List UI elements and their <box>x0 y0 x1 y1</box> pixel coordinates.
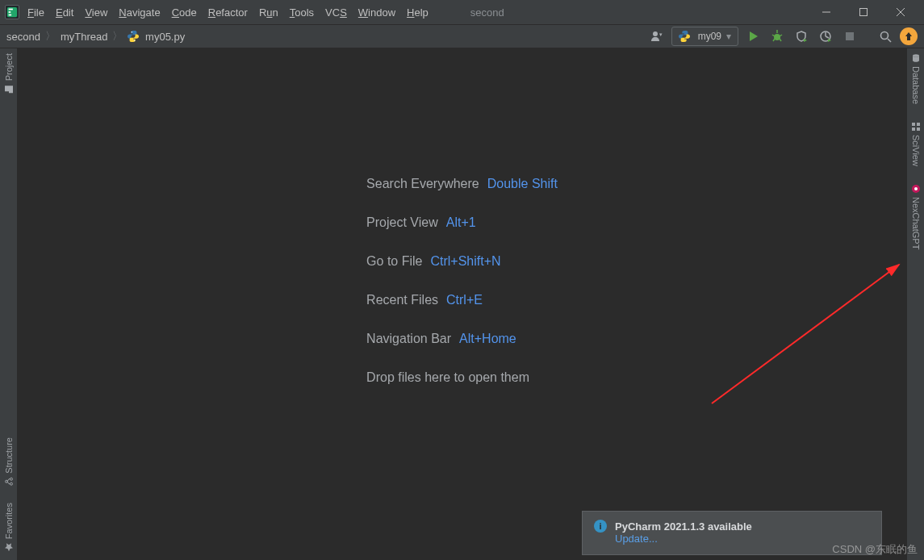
menu-navigate[interactable]: Navigate <box>119 6 160 19</box>
svg-point-9 <box>135 40 136 40</box>
run-config-name: my09 <box>698 31 721 42</box>
structure-icon <box>4 477 14 487</box>
tool-window-database[interactable]: Database <box>911 53 921 104</box>
hint-search-label: Search Everywhere <box>366 177 479 190</box>
notification-update-link[interactable]: Update... <box>594 533 870 545</box>
menu-help[interactable]: Help <box>407 6 429 19</box>
run-config-selector[interactable]: my09 ▾ <box>671 27 738 46</box>
menu-edit[interactable]: Edit <box>56 6 73 19</box>
workspace: Project Structure Favorites Search Every… <box>0 48 924 560</box>
project-icon <box>4 84 14 94</box>
chevron-right-icon: 〉 <box>111 29 124 44</box>
nexchatgpt-icon <box>911 184 921 194</box>
coverage-button[interactable] <box>792 27 811 46</box>
hint-recent-shortcut: Ctrl+E <box>446 293 483 307</box>
svg-point-20 <box>881 32 888 40</box>
svg-point-28 <box>5 480 7 483</box>
svg-line-14 <box>772 35 775 36</box>
svg-rect-33 <box>912 127 915 131</box>
chevron-down-icon: ▾ <box>726 31 731 42</box>
close-button[interactable] <box>882 0 919 24</box>
svg-rect-22 <box>5 86 13 91</box>
breadcrumb-project[interactable]: second <box>6 31 40 43</box>
profile-button[interactable] <box>816 27 835 46</box>
hint-recent-label: Recent Files <box>366 293 438 307</box>
ide-update-button[interactable] <box>900 27 918 45</box>
svg-point-8 <box>132 31 132 32</box>
menu-refactor[interactable]: Refactor <box>208 6 248 19</box>
svg-text:▾: ▾ <box>659 31 663 37</box>
hint-search-shortcut: Double Shift <box>487 177 558 190</box>
add-user-button[interactable]: ▾ <box>647 27 667 46</box>
svg-rect-2 <box>9 11 11 13</box>
info-icon: i <box>594 520 607 533</box>
svg-line-21 <box>888 39 891 42</box>
menu-view[interactable]: View <box>85 6 107 19</box>
tool-window-structure[interactable]: Structure <box>4 437 14 487</box>
hint-project-shortcut: Alt+1 <box>446 215 476 229</box>
menu-tools[interactable]: Tools <box>290 6 314 19</box>
svg-line-29 <box>712 265 899 403</box>
title-bar: File Edit View Navigate Code Refactor Ru… <box>0 0 924 24</box>
app-icon <box>5 5 19 19</box>
svg-rect-5 <box>860 9 868 16</box>
menu-window[interactable]: Window <box>358 6 395 19</box>
menu-code[interactable]: Code <box>172 6 197 19</box>
menu-bar: File Edit View Navigate Code Refactor Ru… <box>27 6 429 19</box>
breadcrumb-file[interactable]: my05.py <box>128 31 185 43</box>
sciview-icon <box>911 122 921 132</box>
tool-window-project[interactable]: Project <box>4 53 14 94</box>
watermark: CSDN @东眠的鱼 <box>832 542 918 557</box>
database-icon <box>911 53 921 63</box>
stop-button[interactable] <box>840 27 859 46</box>
debug-button[interactable] <box>767 27 787 46</box>
chevron-right-icon: 〉 <box>44 29 57 44</box>
tool-window-favorites[interactable]: Favorites <box>4 503 14 552</box>
svg-rect-31 <box>912 123 915 126</box>
editor-area[interactable]: Search EverywhereDouble Shift Project Vi… <box>18 48 906 560</box>
window-title: second <box>429 6 808 19</box>
menu-file[interactable]: File <box>27 6 44 19</box>
svg-rect-34 <box>917 127 920 131</box>
hint-navbar-label: Navigation Bar <box>366 332 451 345</box>
search-button[interactable] <box>876 27 895 46</box>
python-icon <box>679 31 690 42</box>
star-icon <box>4 542 14 552</box>
toolbar-right: ▾ my09 ▾ <box>647 27 918 46</box>
svg-line-15 <box>780 35 782 36</box>
window-controls <box>808 0 919 24</box>
hint-project-label: Project View <box>366 215 438 229</box>
svg-point-30 <box>913 54 919 57</box>
hint-drop-label: Drop files here to open them <box>366 370 529 384</box>
svg-rect-3 <box>9 15 12 16</box>
breadcrumb: second 〉 myThread 〉 my05.py <box>6 29 185 44</box>
svg-rect-19 <box>846 32 854 40</box>
minimize-button[interactable] <box>808 0 845 24</box>
run-button[interactable] <box>743 27 763 46</box>
hint-navbar-shortcut: Alt+Home <box>459 332 516 345</box>
left-tool-strip: Project Structure Favorites <box>0 48 18 560</box>
svg-line-17 <box>780 39 781 41</box>
hint-goto-label: Go to File <box>366 254 422 268</box>
empty-editor-hints: Search EverywhereDouble Shift Project Vi… <box>366 165 558 397</box>
navigation-bar: second 〉 myThread 〉 my05.py ▾ my09 ▾ <box>0 24 924 48</box>
svg-rect-1 <box>9 9 13 10</box>
svg-point-10 <box>653 31 658 36</box>
right-tool-strip: Database SciView NexChatGPT <box>906 48 924 560</box>
python-file-icon <box>128 31 139 42</box>
svg-rect-32 <box>917 123 920 126</box>
svg-point-36 <box>914 187 918 190</box>
svg-rect-23 <box>9 90 13 93</box>
tool-window-nexchatgpt[interactable]: NexChatGPT <box>911 184 921 249</box>
maximize-button[interactable] <box>845 0 882 24</box>
notification-title: PyCharm 2021.1.3 available <box>615 520 752 533</box>
breadcrumb-dir[interactable]: myThread <box>61 31 108 43</box>
hint-goto-shortcut: Ctrl+Shift+N <box>430 254 500 268</box>
tool-window-sciview[interactable]: SciView <box>911 122 921 166</box>
menu-run[interactable]: Run <box>259 6 278 19</box>
menu-vcs[interactable]: VCS <box>325 6 347 19</box>
svg-line-16 <box>773 39 775 41</box>
